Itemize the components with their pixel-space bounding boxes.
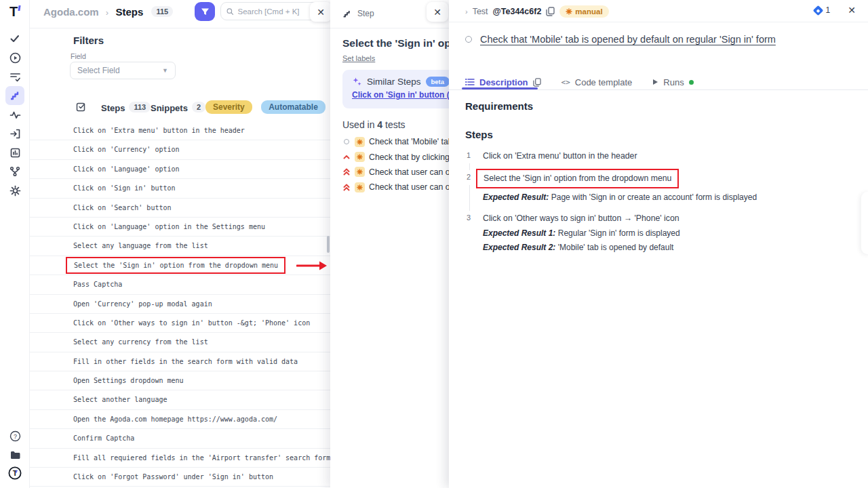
used-test-link[interactable]: Check that 'Mobile' tab bbox=[342, 134, 449, 149]
help-icon[interactable]: ? bbox=[5, 426, 24, 445]
step-row-highlighted[interactable]: Select the 'Sign in' option from the dro… bbox=[30, 256, 330, 275]
runs-status-dot bbox=[689, 80, 694, 85]
steps-count-badge: 113 bbox=[129, 102, 151, 113]
gear-icon[interactable] bbox=[5, 181, 24, 200]
close-steps-overlay-button[interactable]: ✕ bbox=[310, 2, 330, 22]
set-labels-link[interactable]: Set labels bbox=[342, 54, 375, 62]
copy-icon[interactable] bbox=[546, 7, 555, 16]
list-check-icon[interactable] bbox=[5, 67, 24, 86]
used-in-tests-list: Check that 'Mobile' tab Check that by cl… bbox=[342, 134, 449, 195]
search-icon bbox=[226, 7, 233, 16]
tab-steps[interactable]: Steps113 bbox=[101, 102, 151, 114]
used-test-link[interactable]: Check that user can op bbox=[342, 165, 449, 180]
steps-total-badge: 115 bbox=[151, 6, 173, 17]
close-test-panel-button[interactable]: ✕ bbox=[848, 5, 856, 15]
tab-code-template[interactable]: <> Code template bbox=[561, 77, 633, 87]
play-circle-icon[interactable] bbox=[5, 48, 24, 67]
tabs-divider bbox=[449, 89, 868, 90]
account-avatar[interactable]: T bbox=[5, 464, 24, 483]
right-edge-scroll-hint[interactable] bbox=[861, 192, 868, 254]
steps-page-panel: Agoda.com › Steps 115 ✕ Filters Field Se… bbox=[30, 0, 330, 488]
step-name: Select the 'Sign in' option from the dro… bbox=[342, 37, 449, 49]
list-header: Steps113 Snippets2 Severity Automatable … bbox=[30, 100, 330, 117]
step-row[interactable]: Fill in other fields in the search form … bbox=[30, 352, 330, 371]
manual-badge[interactable]: manual bbox=[559, 5, 608, 18]
tab-description[interactable]: Description bbox=[465, 77, 541, 87]
test-type-label: Test bbox=[473, 7, 488, 16]
step-row[interactable]: Open the Agoda.com homepage https://www.… bbox=[30, 410, 330, 429]
pill-severity[interactable]: Severity bbox=[205, 100, 252, 114]
priority-highest-icon bbox=[342, 184, 351, 191]
step-row[interactable]: Select any language from the list bbox=[30, 237, 330, 256]
field-select[interactable]: Select Field ▼ bbox=[70, 62, 176, 79]
step-row[interactable]: Confirm Captcha bbox=[30, 429, 330, 448]
step-row[interactable]: Click on 'Language' option bbox=[30, 160, 330, 179]
step-row[interactable]: Click on 'Sign in' button bbox=[30, 179, 330, 198]
step-row[interactable]: Pass Captcha bbox=[30, 275, 330, 294]
field-label: Field bbox=[71, 52, 86, 60]
test-title[interactable]: Check that 'Mobile' tab is opened by def… bbox=[480, 34, 776, 45]
breadcrumb-separator: › bbox=[106, 7, 108, 18]
priority-normal-icon bbox=[342, 139, 351, 144]
pill-automatable[interactable]: Automatable bbox=[261, 100, 326, 114]
breadcrumb-project[interactable]: Agoda.com bbox=[43, 6, 99, 18]
step-row[interactable]: Open Settings dropdown menu bbox=[30, 371, 330, 390]
report-icon[interactable] bbox=[5, 143, 24, 162]
steps-icon[interactable] bbox=[5, 86, 24, 105]
step-panel-title: Step bbox=[357, 9, 374, 18]
filters-title: Filters bbox=[73, 35, 104, 46]
jira-link-counter[interactable]: 1 bbox=[814, 5, 831, 15]
field-select-value: Select Field bbox=[77, 66, 120, 75]
tab-runs[interactable]: Runs bbox=[652, 77, 693, 87]
import-icon[interactable] bbox=[5, 124, 24, 143]
filter-button[interactable] bbox=[195, 2, 215, 21]
app-logo[interactable]: T bbox=[0, 4, 30, 22]
test-title-row: Check that 'Mobile' tab is opened by def… bbox=[465, 34, 776, 45]
similar-step-link[interactable]: Click on 'Sign in' button (0.9715 bbox=[352, 90, 449, 100]
manual-spark-icon bbox=[566, 8, 572, 15]
projects-folder-icon[interactable] bbox=[5, 445, 24, 464]
priority-highest-icon bbox=[342, 168, 351, 176]
similar-steps-box: Similar Steps beta Click on 'Sign in' bu… bbox=[342, 70, 449, 108]
step-row[interactable]: Click on 'Extra menu' button in the head… bbox=[30, 121, 330, 140]
chevron-right-icon: › bbox=[465, 7, 468, 16]
used-test-link[interactable]: Check that user can op bbox=[342, 180, 449, 195]
select-all-icon[interactable] bbox=[76, 102, 86, 115]
branch-icon[interactable] bbox=[5, 162, 24, 181]
tab-snippets[interactable]: Snippets2 bbox=[151, 102, 205, 114]
manual-spark-icon bbox=[355, 167, 365, 177]
breadcrumb: Agoda.com › Steps 115 bbox=[43, 6, 173, 18]
play-icon bbox=[652, 79, 658, 85]
step-row[interactable]: Click on 'Currency' option bbox=[30, 140, 330, 159]
used-test-link[interactable]: Check that by clicking o bbox=[342, 149, 449, 164]
copy-description-icon[interactable] bbox=[533, 78, 541, 87]
steps-page-header: Agoda.com › Steps 115 ✕ bbox=[30, 0, 330, 28]
step-row[interactable]: Select another language bbox=[30, 390, 330, 409]
test-step[interactable]: 3 Click on 'Other ways to sign in' butto… bbox=[465, 213, 845, 253]
check-icon[interactable] bbox=[5, 29, 24, 48]
used-in-heading: Used in 4 tests bbox=[342, 119, 406, 130]
breadcrumb-page: Steps bbox=[115, 6, 143, 18]
test-id: @Te344c6f2 bbox=[493, 7, 542, 16]
sparkles-icon bbox=[352, 77, 362, 87]
pulse-icon[interactable] bbox=[5, 105, 24, 124]
step-row[interactable]: Click on 'Other ways to sign in' button … bbox=[30, 314, 330, 333]
step-row[interactable]: Click on 'Language' option in the Settin… bbox=[30, 218, 330, 237]
scrollbar-thumb[interactable] bbox=[327, 236, 330, 253]
step-row[interactable]: Select any currency from the list bbox=[30, 333, 330, 352]
funnel-icon bbox=[201, 7, 210, 16]
step-row[interactable]: Click on 'Search' button bbox=[30, 199, 330, 218]
close-step-panel-button[interactable]: ✕ bbox=[427, 2, 448, 22]
step-row[interactable]: Open 'Currency' pop-up modal again bbox=[30, 295, 330, 314]
search-box[interactable] bbox=[220, 2, 320, 20]
snippets-count-badge: 2 bbox=[192, 102, 205, 113]
test-step-highlighted[interactable]: 2 Select the 'Sign in' option from the d… bbox=[465, 172, 845, 203]
expected-result-1: Expected Result 1: Regular 'Sign in' for… bbox=[483, 228, 845, 239]
step-row[interactable]: Fill all requiered fields in the 'Airpor… bbox=[30, 449, 330, 468]
manual-spark-icon bbox=[355, 137, 365, 147]
priority-high-icon bbox=[342, 155, 351, 159]
test-step[interactable]: 1 Click on 'Extra menu' button in the he… bbox=[465, 150, 845, 162]
beta-badge: beta bbox=[426, 77, 449, 87]
search-input[interactable] bbox=[237, 7, 314, 16]
step-row[interactable]: Click on 'Forgot Password' under 'Sign i… bbox=[30, 468, 330, 487]
